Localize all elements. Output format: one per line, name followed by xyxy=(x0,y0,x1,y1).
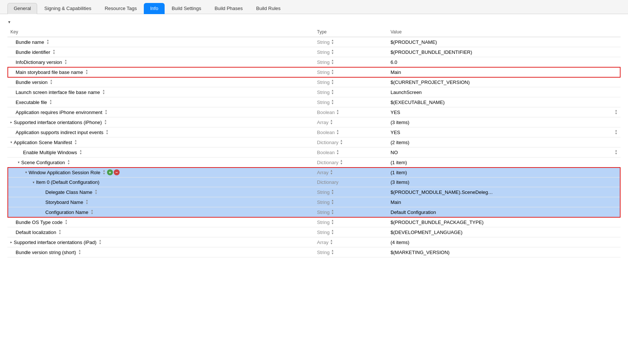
table-row[interactable]: Bundle name▲▼String▲▼$(PRODUCT_NAME) xyxy=(7,37,621,47)
key-label-item0-default-config: Item 0 (Default Configuration) xyxy=(36,179,100,185)
type-stepper-default-localization[interactable]: ▲▼ xyxy=(331,229,334,235)
key-stepper-delegate-class-name[interactable]: ▲▼ xyxy=(94,189,97,195)
table-row[interactable]: Bundle version string (short)▲▼String▲▼$… xyxy=(7,247,621,257)
table-row[interactable]: Configuration Name▲▼String▲▼Default Conf… xyxy=(7,207,621,217)
value-label-item0-default-config: (3 items) xyxy=(391,179,410,185)
tab-build-phases[interactable]: Build Phases xyxy=(208,3,249,14)
key-stepper-bundle-version-short[interactable]: ▲▼ xyxy=(78,249,81,255)
key-stepper-bundle-version[interactable]: ▲▼ xyxy=(50,79,53,85)
table-row[interactable]: InfoDictionary version▲▼String▲▼6.0 xyxy=(7,57,621,67)
tab-resource-tags[interactable]: Resource Tags xyxy=(98,3,143,14)
table-row[interactable]: Delegate Class Name▲▼String▲▼$(PRODUCT_M… xyxy=(7,187,621,197)
tab-general[interactable]: General xyxy=(7,3,37,14)
table-row[interactable]: ▸Supported interface orientations (iPad)… xyxy=(7,237,621,247)
key-stepper-scene-configuration[interactable]: ▲▼ xyxy=(67,159,70,165)
key-stepper-default-localization[interactable]: ▲▼ xyxy=(58,229,61,235)
key-label-main-storyboard: Main storyboard file base name xyxy=(16,69,83,75)
key-stepper-bundle-identifier[interactable]: ▲▼ xyxy=(52,49,55,55)
type-cell-window-app-session-role: Array▲▼ xyxy=(314,168,388,178)
type-label-window-app-session-role: Array xyxy=(317,170,328,175)
table-row[interactable]: Default localization▲▼String▲▼$(DEVELOPM… xyxy=(7,227,621,237)
key-stepper-storyboard-name[interactable]: ▲▼ xyxy=(85,199,88,205)
type-stepper-supported-orientations-iphone[interactable]: ▲▼ xyxy=(330,119,333,125)
type-stepper-launch-screen[interactable]: ▲▼ xyxy=(331,89,334,95)
table-row[interactable]: Bundle version▲▼String▲▼$(CURRENT_PROJEC… xyxy=(7,77,621,87)
type-stepper-configuration-name[interactable]: ▲▼ xyxy=(331,209,334,215)
key-stepper-configuration-name[interactable]: ▲▼ xyxy=(91,209,94,215)
value-stepper-app-requires-iphone[interactable]: ▲▼ xyxy=(615,109,618,115)
expand-chevron-item0-default-config[interactable]: ▾ xyxy=(33,181,35,184)
type-stepper-bundle-version-short[interactable]: ▲▼ xyxy=(331,249,334,255)
key-stepper-bundle-name[interactable]: ▲▼ xyxy=(46,39,49,45)
table-row[interactable]: Main storyboard file base name▲▼String▲▼… xyxy=(7,67,621,77)
expand-chevron-supported-orientations-ipad[interactable]: ▸ xyxy=(10,240,12,244)
type-stepper-info-dict-version[interactable]: ▲▼ xyxy=(331,59,334,65)
key-cell-storyboard-name: Storyboard Name▲▼ xyxy=(7,197,314,207)
type-cell-bundle-identifier: String▲▼ xyxy=(314,47,388,57)
key-stepper-executable-file[interactable]: ▲▼ xyxy=(49,99,52,105)
tab-signing[interactable]: Signing & Capabilities xyxy=(38,3,97,14)
type-stepper-bundle-identifier[interactable]: ▲▼ xyxy=(331,49,334,55)
key-stepper-supported-orientations-ipad[interactable]: ▲▼ xyxy=(99,239,102,245)
key-label-bundle-os-type: Bundle OS Type code xyxy=(16,220,62,225)
expand-chevron-window-app-session-role[interactable]: ▾ xyxy=(25,170,27,174)
expand-chevron-app-scene-manifest[interactable]: ▾ xyxy=(10,140,12,144)
tab-build-settings[interactable]: Build Settings xyxy=(165,3,208,14)
key-label-app-indirect-input: Application supports indirect input even… xyxy=(16,130,103,135)
expand-chevron-supported-orientations-iphone[interactable]: ▸ xyxy=(10,120,12,124)
key-stepper-supported-orientations-iphone[interactable]: ▲▼ xyxy=(104,119,107,125)
type-stepper-main-storyboard[interactable]: ▲▼ xyxy=(331,69,334,75)
type-stepper-supported-orientations-ipad[interactable]: ▲▼ xyxy=(330,239,333,245)
key-stepper-window-app-session-role[interactable]: ▲▼ xyxy=(103,169,106,175)
table-row[interactable]: ▾Application Scene Manifest▲▼Dictionary▲… xyxy=(7,137,621,147)
key-stepper-main-storyboard[interactable]: ▲▼ xyxy=(85,69,88,75)
key-label-supported-orientations-iphone: Supported interface orientations (iPhone… xyxy=(14,120,102,125)
table-row[interactable]: ▾Item 0 (Default Configuration)Dictionar… xyxy=(7,178,621,187)
table-row[interactable]: Executable file▲▼String▲▼$(EXECUTABLE_NA… xyxy=(7,97,621,107)
table-row[interactable]: Bundle identifier▲▼String▲▼$(PRODUCT_BUN… xyxy=(7,47,621,57)
remove-button-window-app-session-role[interactable]: − xyxy=(114,169,120,175)
tab-build-rules[interactable]: Build Rules xyxy=(250,3,287,14)
key-stepper-launch-screen[interactable]: ▲▼ xyxy=(102,89,105,95)
value-label-supported-orientations-ipad: (4 items) xyxy=(391,240,410,245)
key-stepper-enable-multiple-windows[interactable]: ▲▼ xyxy=(79,149,82,155)
value-cell-scene-configuration: (1 item) xyxy=(388,157,621,168)
key-stepper-app-requires-iphone[interactable]: ▲▼ xyxy=(104,109,107,115)
type-stepper-window-app-session-role[interactable]: ▲▼ xyxy=(330,169,333,175)
type-stepper-delegate-class-name[interactable]: ▲▼ xyxy=(331,189,334,195)
type-stepper-executable-file[interactable]: ▲▼ xyxy=(331,99,334,105)
key-stepper-app-indirect-input[interactable]: ▲▼ xyxy=(106,129,109,135)
table-row[interactable]: Application requires iPhone environment▲… xyxy=(7,107,621,117)
type-stepper-storyboard-name[interactable]: ▲▼ xyxy=(331,199,334,205)
type-cell-bundle-os-type: String▲▼ xyxy=(314,217,388,227)
type-stepper-app-scene-manifest[interactable]: ▲▼ xyxy=(340,139,343,145)
type-stepper-enable-multiple-windows[interactable]: ▲▼ xyxy=(336,149,339,155)
key-stepper-bundle-os-type[interactable]: ▲▼ xyxy=(65,219,68,225)
value-label-scene-configuration: (1 item) xyxy=(391,160,407,165)
value-cell-supported-orientations-iphone: (3 items) xyxy=(388,117,621,127)
table-row[interactable]: Launch screen interface file base name▲▼… xyxy=(7,87,621,97)
section-header[interactable]: ▼ xyxy=(7,20,621,24)
table-row[interactable]: ▾Scene Configuration▲▼Dictionary▲▼(1 ite… xyxy=(7,157,621,168)
type-stepper-bundle-name[interactable]: ▲▼ xyxy=(331,39,334,45)
key-stepper-app-scene-manifest[interactable]: ▲▼ xyxy=(74,139,77,145)
type-stepper-bundle-os-type[interactable]: ▲▼ xyxy=(331,219,334,225)
table-row[interactable]: Bundle OS Type code▲▼String▲▼$(PRODUCT_B… xyxy=(7,217,621,227)
table-row[interactable]: ▸Supported interface orientations (iPhon… xyxy=(7,117,621,127)
table-row[interactable]: Storyboard Name▲▼String▲▼Main xyxy=(7,197,621,207)
table-row[interactable]: Application supports indirect input even… xyxy=(7,127,621,137)
value-cell-app-scene-manifest: (2 items) xyxy=(388,137,621,147)
value-stepper-enable-multiple-windows[interactable]: ▲▼ xyxy=(615,149,618,155)
key-label-configuration-name: Configuration Name xyxy=(45,209,88,215)
value-stepper-app-indirect-input[interactable]: ▲▼ xyxy=(615,129,618,135)
type-stepper-bundle-version[interactable]: ▲▼ xyxy=(331,79,334,85)
type-stepper-app-requires-iphone[interactable]: ▲▼ xyxy=(336,109,339,115)
add-button-window-app-session-role[interactable]: + xyxy=(107,169,113,175)
table-row[interactable]: Enable Multiple Windows▲▼Boolean▲▼NO▲▼ xyxy=(7,147,621,157)
expand-chevron-scene-configuration[interactable]: ▾ xyxy=(18,160,20,164)
key-stepper-info-dict-version[interactable]: ▲▼ xyxy=(64,59,67,65)
table-row[interactable]: ▾Window Application Session Role▲▼+−Arra… xyxy=(7,168,621,178)
tab-info[interactable]: Info xyxy=(144,3,165,14)
type-stepper-app-indirect-input[interactable]: ▲▼ xyxy=(336,129,339,135)
type-stepper-scene-configuration[interactable]: ▲▼ xyxy=(340,159,343,165)
